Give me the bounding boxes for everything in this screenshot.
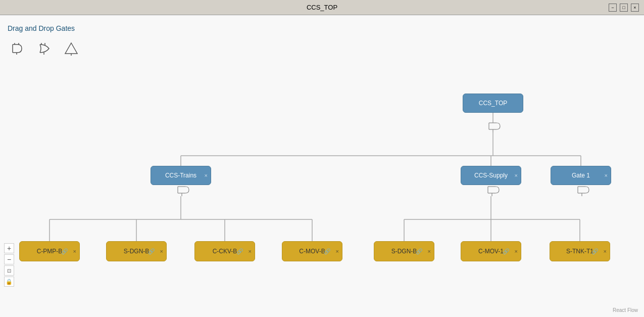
window-controls: − □ × — [609, 4, 639, 12]
node-c-mov-b[interactable]: C-MOV-B 🔗 × — [282, 241, 342, 261]
link-c-pmp-b[interactable]: 🔗 — [61, 248, 68, 255]
node-c-mov-1[interactable]: C-MOV-1 🔗 × — [461, 241, 521, 261]
link-c-mov-b[interactable]: 🔗 — [324, 248, 331, 255]
node-s-dgn-b2[interactable]: S-DGN-B 🔗 × — [374, 241, 434, 261]
close-c-ckv-b[interactable]: × — [249, 248, 252, 254]
title-bar: CCS_TOP − □ × — [0, 0, 644, 15]
close-s-dgn-b2[interactable]: × — [428, 248, 431, 254]
node-c-ckv-b[interactable]: C-CKV-B 🔗 × — [194, 241, 255, 261]
node-gate1[interactable]: Gate 1 × — [551, 166, 611, 185]
node-ccs-top[interactable]: CCS_TOP — [463, 94, 523, 113]
and-gate-icon[interactable] — [8, 39, 26, 58]
drag-drop-label: Drag and Drop Gates — [8, 24, 75, 32]
node-ccs-trains[interactable]: CCS-Trains × — [151, 166, 211, 185]
transfer-gate-icon[interactable] — [62, 39, 80, 58]
node-s-tnk-t1[interactable]: S-TNK-T1 🔗 × — [550, 241, 610, 261]
close-button[interactable]: × — [631, 4, 639, 12]
fit-view-button[interactable]: ⊡ — [4, 265, 14, 276]
node-c-pmp-b[interactable]: C-PMP-B 🔗 × — [19, 241, 80, 261]
window-title: CCS_TOP — [35, 4, 609, 11]
zoom-in-button[interactable]: + — [4, 243, 14, 253]
close-c-mov-b[interactable]: × — [336, 248, 339, 254]
link-s-dgn-b2[interactable]: 🔗 — [416, 248, 423, 255]
gate-icons-toolbar — [8, 39, 80, 58]
node-s-dgn-b[interactable]: S-DGN-B 🔗 × — [106, 241, 167, 261]
react-flow-label: React Flow — [613, 307, 638, 313]
zoom-controls: + − ⊡ 🔒 — [4, 243, 14, 287]
lock-button[interactable]: 🔒 — [4, 277, 14, 287]
close-c-pmp-b[interactable]: × — [73, 248, 76, 254]
close-c-mov-1[interactable]: × — [515, 248, 518, 254]
link-s-dgn-b[interactable]: 🔗 — [148, 248, 155, 255]
close-s-dgn-b[interactable]: × — [160, 248, 163, 254]
connector-canvas — [0, 15, 644, 317]
link-c-mov-1[interactable]: 🔗 — [503, 248, 510, 255]
close-ccs-trains[interactable]: × — [205, 172, 208, 178]
close-s-tnk-t1[interactable]: × — [604, 248, 607, 254]
node-ccs-supply[interactable]: CCS-Supply × — [461, 166, 521, 185]
maximize-button[interactable]: □ — [620, 4, 628, 12]
minimize-button[interactable]: − — [609, 4, 617, 12]
main-canvas: Drag and Drop Gates — [0, 15, 644, 317]
close-gate1[interactable]: × — [605, 172, 608, 178]
or-gate-icon[interactable] — [35, 39, 53, 58]
link-c-ckv-b[interactable]: 🔗 — [236, 248, 243, 255]
link-s-tnk-t1[interactable]: 🔗 — [591, 248, 599, 255]
svg-marker-9 — [65, 43, 77, 54]
close-ccs-supply[interactable]: × — [515, 172, 518, 178]
zoom-out-button[interactable]: − — [4, 254, 14, 264]
